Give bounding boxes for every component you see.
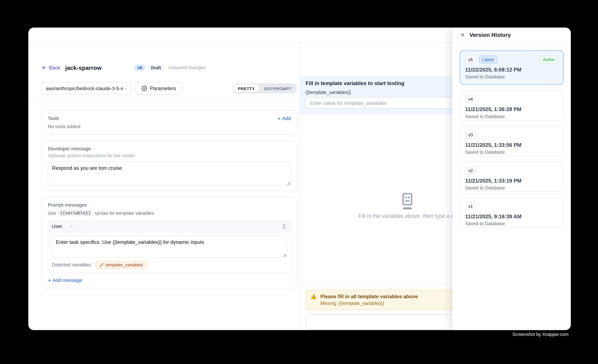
warning-missing: Missing: {{template_variables}} [320, 300, 418, 306]
variable-syntax-chip: {{variable}} [58, 210, 93, 216]
version-card-v1[interactable]: v1 11/21/2025, 9:16:39 AM Saved to Datab… [460, 197, 564, 228]
gear-icon [141, 85, 147, 91]
add-message-button[interactable]: + Add message [48, 278, 291, 283]
close-icon[interactable] [460, 32, 465, 37]
toggle-dotprompt[interactable]: DOTPROMPT [259, 84, 296, 92]
back-label: Back [49, 65, 60, 71]
version-timestamp: 11/21/2025, 1:36:28 PM [465, 107, 558, 112]
prompt-syntax-hint: Use {{variable}} syntax for template var… [48, 210, 291, 216]
version-number-badge: v5 [465, 56, 476, 64]
version-badge: v5 [134, 64, 145, 71]
version-timestamp: 11/21/2025, 9:16:39 AM [465, 214, 558, 220]
prompt-message: User Enter task specifics. Use {{templat… [48, 220, 291, 273]
app-window: Back jack-sparrow v5 Draft Unsaved chang… [28, 28, 571, 330]
warning-title: Please fill in all template variables ab… [320, 294, 418, 299]
detected-variables-row: Detected variables: template_variables [52, 261, 287, 269]
role-select[interactable]: User [52, 223, 74, 229]
version-number-badge: v4 [465, 95, 476, 103]
warning-icon [311, 294, 317, 306]
version-card-v2[interactable]: v2 11/21/2025, 1:33:19 PM Saved to Datab… [460, 162, 564, 192]
draft-badge: Draft [148, 64, 164, 71]
version-card-v4[interactable]: v4 11/21/2025, 1:36:28 PM Saved to Datab… [460, 90, 564, 120]
add-tool-label: Add [282, 116, 291, 121]
latest-badge: Latest [479, 56, 497, 64]
version-history-title: Version History [469, 32, 511, 38]
toolbar-divider [28, 99, 300, 100]
model-select[interactable]: aws/anthropic/bedrock-claude-3-5-s... [42, 82, 132, 94]
template-variable-chip[interactable]: template_variables [95, 261, 147, 269]
back-button[interactable]: Back [42, 65, 60, 71]
plus-icon: + [278, 116, 281, 121]
version-history-header: Version History [452, 28, 571, 42]
version-history-panel: Version History v5 Latest Active 11/22/2… [452, 28, 571, 330]
robot-icon [400, 193, 414, 210]
unsaved-changes-label: Unsaved changes [168, 65, 206, 70]
prompt-messages-label: Prompt messages [48, 202, 291, 208]
model-select-value: aws/anthropic/bedrock-claude-3-5-s... [46, 86, 123, 91]
tools-card: Tools + Add No tools added [42, 110, 297, 135]
chevron-down-icon [69, 224, 74, 229]
active-status-badge: Active [540, 56, 558, 64]
pencil-icon [99, 263, 104, 267]
message-header: User [48, 221, 291, 232]
version-saved-status: Saved to Database [465, 74, 558, 80]
version-saved-status: Saved to Database [465, 221, 558, 227]
developer-message-input[interactable]: Respond as you are tom cruise [48, 162, 291, 186]
version-saved-status: Saved to Database [465, 185, 558, 191]
version-card-v5[interactable]: v5 Latest Active 11/22/2025, 6:08:12 PM … [460, 50, 564, 84]
stage: Back jack-sparrow v5 Draft Unsaved chang… [0, 0, 598, 364]
plus-icon: + [48, 278, 51, 283]
developer-message-card: Developer message Optional system instru… [42, 141, 297, 191]
message-content-input[interactable]: Enter task specifics. Use {{template_var… [52, 236, 287, 257]
role-select-value: User [52, 223, 62, 229]
toggle-pretty[interactable]: PRETTY [233, 84, 260, 92]
chevron-down-icon [123, 86, 127, 91]
add-tool-button[interactable]: + Add [278, 116, 291, 121]
developer-message-hint: Optional system instructions for the mod… [48, 153, 291, 158]
drag-handle-icon[interactable] [282, 223, 286, 229]
version-number-badge: v3 [465, 131, 476, 139]
back-arrow-icon [42, 65, 47, 70]
version-saved-status: Saved to Database [465, 150, 558, 155]
breadcrumb: Back jack-sparrow v5 Draft Unsaved chang… [42, 63, 297, 73]
developer-message-label: Developer message [48, 146, 291, 151]
screenshot-credit: Screenshot by Xnapper.com [512, 332, 568, 337]
version-card-v3[interactable]: v3 11/21/2025, 1:33:56 PM Saved to Datab… [460, 126, 564, 156]
tools-empty-text: No tools added [48, 124, 291, 129]
format-toggle: PRETTY DOTPROMPT [233, 83, 297, 93]
parameters-label: Parameters [150, 85, 176, 91]
page-title: jack-sparrow [65, 64, 102, 71]
version-number-badge: v1 [465, 202, 476, 210]
version-timestamp: 11/22/2025, 6:08:12 PM [465, 67, 558, 73]
version-timestamp: 11/21/2025, 1:33:19 PM [465, 178, 558, 184]
version-timestamp: 11/21/2025, 1:33:56 PM [465, 142, 558, 148]
version-list: v5 Latest Active 11/22/2025, 6:08:12 PM … [452, 42, 571, 236]
editor-pane: Back jack-sparrow v5 Draft Unsaved chang… [28, 42, 300, 330]
tools-label: Tools [48, 116, 59, 121]
editor-toolbar: aws/anthropic/bedrock-claude-3-5-s... Pa… [42, 82, 297, 95]
version-number-badge: v2 [465, 167, 476, 174]
prompt-messages-card: Prompt messages Use {{variable}} syntax … [42, 197, 297, 289]
detected-variables-label: Detected variables: [52, 262, 92, 268]
add-message-label: Add message [52, 278, 82, 283]
version-saved-status: Saved to Database [465, 114, 558, 119]
parameters-button[interactable]: Parameters [135, 82, 182, 95]
